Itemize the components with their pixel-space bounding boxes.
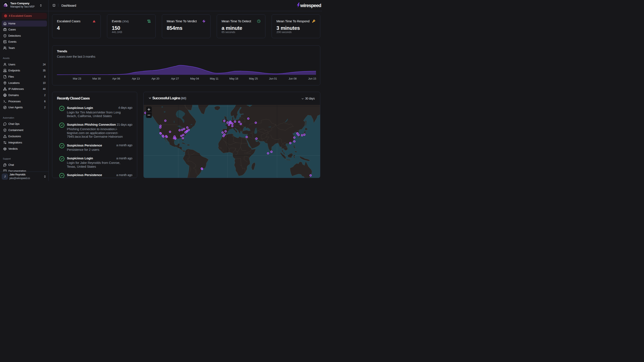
svg-text:wirespeed: wirespeed bbox=[300, 3, 321, 8]
svg-text:Apr 06: Apr 06 bbox=[112, 77, 120, 80]
svg-text:May 04: May 04 bbox=[190, 77, 199, 80]
svg-text:Mar 30: Mar 30 bbox=[92, 77, 100, 80]
svg-text:May 18: May 18 bbox=[229, 77, 238, 80]
svg-text:Apr 20: Apr 20 bbox=[151, 77, 159, 80]
svg-text:Jun 15: Jun 15 bbox=[308, 77, 316, 80]
svg-text:May 25: May 25 bbox=[249, 77, 258, 80]
svg-text:Apr 27: Apr 27 bbox=[171, 77, 178, 80]
svg-text:Jun 08: Jun 08 bbox=[288, 77, 296, 80]
svg-text:Mar 23: Mar 23 bbox=[73, 77, 81, 80]
svg-text:Apr 13: Apr 13 bbox=[132, 77, 139, 80]
svg-text:May 11: May 11 bbox=[210, 77, 218, 80]
svg-text:Jun 01: Jun 01 bbox=[269, 77, 277, 80]
